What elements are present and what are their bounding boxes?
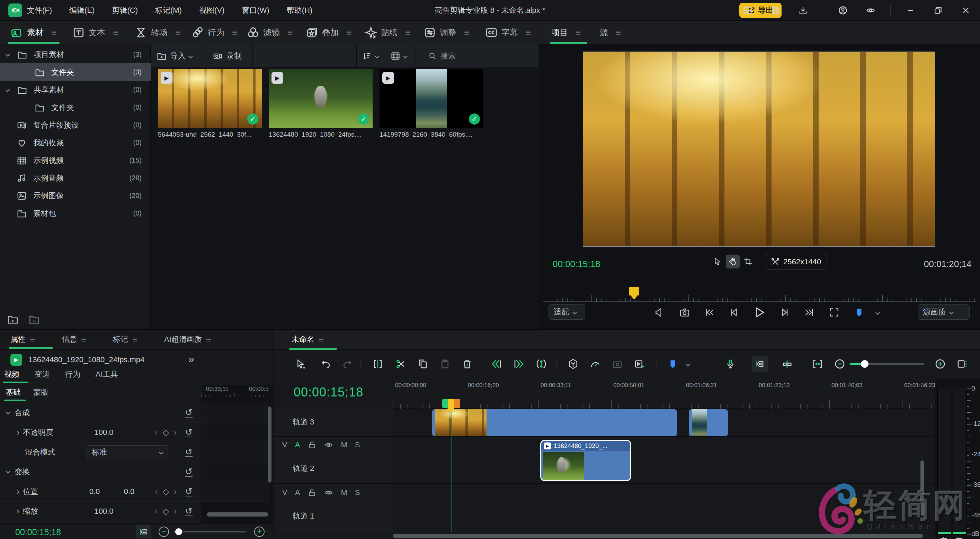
next-keyframe-icon[interactable]: › — [174, 428, 177, 437]
timeline-view-toggle-icon[interactable] — [955, 356, 970, 372]
download-icon[interactable] — [795, 2, 811, 18]
save-icon[interactable] — [767, 2, 783, 18]
sidebar-item-project-media[interactable]: 项目素材 (3) — [0, 46, 151, 63]
track-solo-toggle[interactable]: S — [355, 488, 360, 497]
marker-chevron-icon[interactable] — [686, 362, 690, 367]
playhead-line[interactable] — [452, 398, 452, 533]
import-button[interactable]: 导入 — [156, 44, 192, 68]
marker-icon[interactable] — [665, 356, 681, 372]
media-item-cat[interactable]: ▶ ✓ 13624480_1920_1080_24fps.... — [269, 69, 372, 138]
new-bin-icon[interactable] — [7, 314, 19, 325]
eye-icon[interactable] — [324, 488, 333, 497]
paste-icon[interactable] — [437, 356, 453, 372]
zoom-out-icon[interactable] — [832, 356, 848, 372]
scale-value[interactable]: 100.0 — [88, 507, 119, 516]
grouptab-mask[interactable]: 蒙版 — [33, 384, 48, 401]
tab-adjust[interactable]: 调整≡ — [423, 21, 469, 44]
expand-icon[interactable]: › — [17, 487, 19, 496]
replace-clip-icon[interactable] — [533, 356, 549, 372]
sidebar-item-folder[interactable]: 文件夹 (3) — [0, 63, 151, 81]
resolution-button[interactable]: 2562x1440 — [765, 254, 827, 270]
tab-filter[interactable]: 滤镜≡ — [247, 21, 293, 44]
sort-button[interactable] — [362, 44, 379, 68]
tab-subtitle[interactable]: 字幕≡ — [485, 21, 531, 44]
prev-keyframe-icon[interactable]: ‹ — [155, 487, 158, 496]
sidebar-item-shared-media[interactable]: 共享素材 (0) — [0, 81, 151, 98]
reset-icon[interactable]: ↺ — [185, 506, 192, 516]
timeline-zoom-knob[interactable] — [861, 360, 869, 368]
go-to-start-icon[interactable] — [702, 304, 718, 320]
prev-keyframe-icon[interactable]: ‹ — [155, 506, 158, 516]
tab-properties[interactable]: 属性≡ — [10, 330, 35, 349]
snap-toggle[interactable] — [752, 356, 768, 372]
tab-sticker[interactable]: 贴纸≡ — [364, 21, 410, 44]
restore-icon[interactable] — [930, 2, 946, 18]
add-keyframe-icon[interactable]: ◇ — [163, 506, 169, 516]
media-item-forest[interactable]: ▶ ✓ 5644053-uhd_2562_1440_30f... — [158, 69, 262, 138]
track2-label[interactable]: 轨道 2 — [293, 463, 314, 474]
fit-timeline-icon[interactable] — [810, 356, 826, 372]
minimize-icon[interactable] — [902, 2, 918, 18]
program-monitor[interactable] — [583, 52, 935, 246]
snap-toggle[interactable] — [136, 525, 151, 538]
subtab-behavior[interactable]: 行为 — [65, 366, 80, 383]
redo-icon[interactable] — [339, 356, 355, 372]
clip-forest[interactable] — [432, 409, 677, 436]
subtab-ai-tools[interactable]: AI工具 — [95, 366, 118, 383]
delete-icon[interactable] — [459, 356, 475, 372]
reset-icon[interactable]: ↺ — [185, 408, 192, 418]
snapshot-icon[interactable] — [609, 356, 625, 372]
mute-icon[interactable] — [652, 304, 668, 320]
sidebar-item-sample-audio[interactable]: 示例音频 (28) — [0, 169, 151, 187]
sidebar-item-favorites[interactable]: 我的收藏 (0) — [0, 134, 151, 152]
reset-icon[interactable]: ↺ — [185, 428, 192, 437]
clip-mountain[interactable] — [689, 409, 728, 436]
lock-icon[interactable] — [307, 488, 317, 497]
sidebar-item-folder2[interactable]: 文件夹 (0) — [0, 98, 151, 116]
eye-icon[interactable] — [324, 441, 333, 449]
export-clip-icon[interactable] — [632, 356, 648, 372]
tab-source[interactable]: 源≡ — [600, 21, 621, 44]
chevron-down-icon[interactable] — [6, 52, 10, 57]
menu-marker[interactable]: 标记(M) — [155, 5, 182, 16]
menu-help[interactable]: 帮助(H) — [287, 5, 313, 16]
clip-cat-selected[interactable]: ▶ 13624480_1920_... — [540, 440, 631, 481]
keyframe-timeline[interactable]: 00:33;11 00:00:5 — [201, 385, 273, 523]
menu-view[interactable]: 视图(V) — [199, 5, 224, 16]
zoom-in-button[interactable]: + — [254, 526, 264, 537]
menu-window[interactable]: 窗口(W) — [242, 5, 269, 16]
add-keyframe-icon[interactable]: ◇ — [163, 487, 169, 496]
tab-info[interactable]: 信息≡ — [62, 330, 86, 349]
ripple-trim-start-icon[interactable] — [488, 356, 504, 372]
menu-file[interactable]: 文件(F) — [27, 5, 52, 16]
select-tool-icon[interactable] — [293, 356, 309, 372]
timeline-vertical-scrollbar[interactable] — [920, 460, 924, 516]
cut-icon[interactable] — [393, 356, 409, 372]
tab-overlay[interactable]: 叠加≡ — [305, 21, 352, 44]
reset-icon[interactable]: ↺ — [185, 467, 192, 477]
sidebar-item-media-packs[interactable]: 素材包 (0) — [0, 205, 151, 222]
account-icon[interactable] — [835, 2, 851, 18]
preview-scrubber[interactable] — [543, 284, 977, 302]
step-forward-icon[interactable] — [776, 304, 792, 320]
media-item-mountain[interactable]: ▶ ✓ 14199798_2160_3840_60fps.... — [380, 69, 484, 138]
go-to-end-icon[interactable] — [801, 304, 817, 320]
zoom-slider[interactable] — [174, 531, 246, 533]
record-button[interactable]: 录制 — [213, 44, 242, 68]
keyframe-vertical-scrollbar[interactable] — [268, 406, 272, 483]
step-back-icon[interactable] — [727, 304, 743, 320]
reset-icon[interactable]: ↺ — [185, 487, 192, 496]
tab-markers[interactable]: 标记≡ — [113, 330, 137, 349]
position-x-value[interactable]: 0.0 — [79, 487, 110, 496]
timeline-horizontal-scrollbar[interactable] — [393, 534, 923, 538]
track-solo-toggle[interactable]: S — [355, 441, 360, 449]
track-mute-toggle[interactable]: M — [341, 488, 347, 497]
play-button[interactable] — [751, 304, 767, 320]
track1-label[interactable]: 轨道 1 — [293, 511, 314, 522]
marker-icon[interactable] — [851, 304, 867, 320]
sidebar-item-compound-presets[interactable]: 复合片段预设 (0) — [0, 116, 151, 134]
tab-text[interactable]: 文本≡ — [72, 21, 118, 44]
expand-icon[interactable]: › — [17, 506, 19, 516]
blend-mode-select[interactable]: 标准 — [87, 445, 168, 459]
copy-icon[interactable] — [415, 356, 431, 372]
